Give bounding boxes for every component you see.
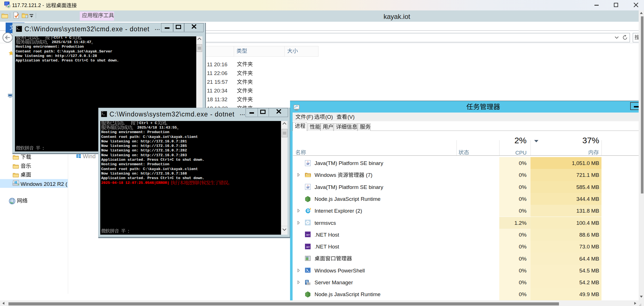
svg-text:.NET: .NET bbox=[306, 246, 310, 248]
svg-text:.NET: .NET bbox=[306, 234, 310, 236]
